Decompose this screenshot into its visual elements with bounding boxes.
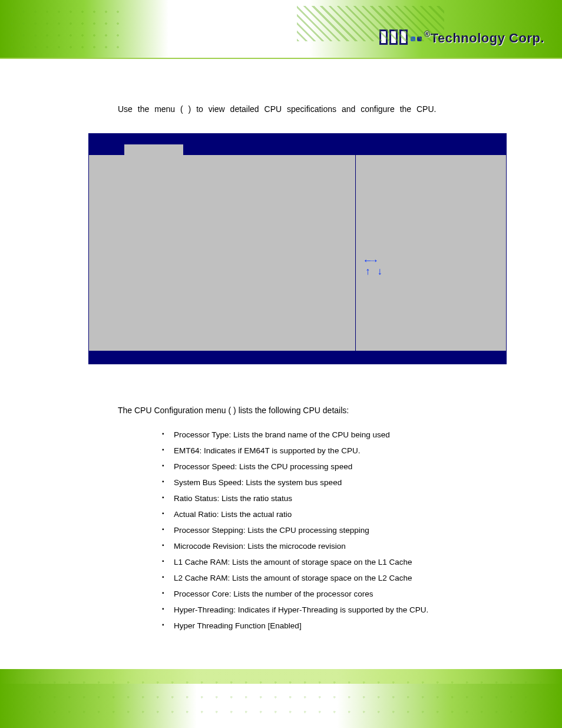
bios-footer-bar xyxy=(89,351,506,364)
details-section: The CPU Configuration menu ( ) lists the… xyxy=(118,406,507,634)
list-item: Ratio Status: Lists the ratio status xyxy=(162,490,507,506)
list-item: Processor Core: Lists the number of the … xyxy=(162,586,507,602)
list-item: Processor Type: Lists the brand name of … xyxy=(162,427,507,443)
bios-help-panel: ←→ ↑ ↓ xyxy=(356,155,506,351)
logo-bars-icon xyxy=(379,29,409,48)
details-intro: The CPU Configuration menu ( ) lists the… xyxy=(118,406,507,415)
bios-tab-selected xyxy=(124,144,183,155)
list-item: Hyper Threading Function [Enabled] xyxy=(162,618,507,634)
intro-paragraph: Use the menu ( ) to view detailed CPU sp… xyxy=(118,100,507,118)
bios-tab-row xyxy=(89,144,506,155)
list-item: L2 Cache RAM: Lists the amount of storag… xyxy=(162,570,507,586)
bios-screen-box: ←→ ↑ ↓ xyxy=(88,133,507,364)
list-item: Actual Ratio: Lists the actual ratio xyxy=(162,506,507,522)
nav-arrows-lr: ←→ xyxy=(365,255,506,267)
logo-dots-icon xyxy=(411,37,422,41)
bios-title-bar xyxy=(89,134,506,144)
details-list: Processor Type: Lists the brand name of … xyxy=(162,427,507,634)
list-item: Processor Speed: Lists the CPU processin… xyxy=(162,459,507,475)
bios-main-panel xyxy=(89,155,356,351)
list-item: Processor Stepping: Lists the CPU proces… xyxy=(162,522,507,538)
list-item: EMT64: Indicates if EM64T is supported b… xyxy=(162,443,507,459)
page-content: Use the menu ( ) to view detailed CPU sp… xyxy=(118,100,507,634)
bios-tab xyxy=(89,144,124,155)
header-decorative-band: ®Technology Corp. xyxy=(0,0,562,59)
list-item: Hyper-Threading: Indicates if Hyper-Thre… xyxy=(162,602,507,618)
brand-logo-block: ®Technology Corp. xyxy=(379,29,544,48)
footer-decorative-band xyxy=(0,669,562,728)
bios-body: ←→ ↑ ↓ xyxy=(89,155,506,351)
bios-tab xyxy=(277,144,322,155)
bios-tab xyxy=(183,144,277,155)
trademark-symbol: ® xyxy=(424,29,431,39)
list-item: System Bus Speed: Lists the system bus s… xyxy=(162,475,507,490)
list-item: L1 Cache RAM: Lists the amount of storag… xyxy=(162,554,507,570)
brand-name: Technology Corp. xyxy=(431,31,544,45)
nav-arrows-ud: ↑ ↓ xyxy=(365,266,506,278)
list-item: Microcode Revision: Lists the microcode … xyxy=(162,538,507,554)
